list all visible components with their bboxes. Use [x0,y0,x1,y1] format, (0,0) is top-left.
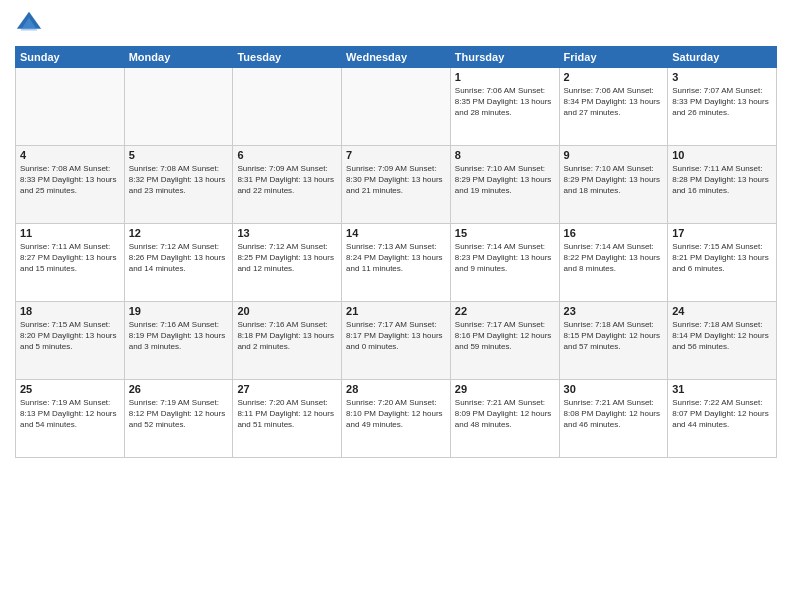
calendar-cell: 16Sunrise: 7:14 AM Sunset: 8:22 PM Dayli… [559,224,668,302]
week-row-3: 11Sunrise: 7:11 AM Sunset: 8:27 PM Dayli… [16,224,777,302]
day-number: 28 [346,383,446,395]
calendar-cell [124,68,233,146]
week-row-5: 25Sunrise: 7:19 AM Sunset: 8:13 PM Dayli… [16,380,777,458]
calendar: SundayMondayTuesdayWednesdayThursdayFrid… [15,46,777,458]
day-info: Sunrise: 7:14 AM Sunset: 8:22 PM Dayligh… [564,241,664,275]
calendar-cell: 25Sunrise: 7:19 AM Sunset: 8:13 PM Dayli… [16,380,125,458]
day-number: 3 [672,71,772,83]
calendar-cell: 11Sunrise: 7:11 AM Sunset: 8:27 PM Dayli… [16,224,125,302]
day-info: Sunrise: 7:15 AM Sunset: 8:20 PM Dayligh… [20,319,120,353]
calendar-cell: 26Sunrise: 7:19 AM Sunset: 8:12 PM Dayli… [124,380,233,458]
calendar-cell: 30Sunrise: 7:21 AM Sunset: 8:08 PM Dayli… [559,380,668,458]
calendar-cell: 10Sunrise: 7:11 AM Sunset: 8:28 PM Dayli… [668,146,777,224]
day-number: 31 [672,383,772,395]
calendar-cell: 7Sunrise: 7:09 AM Sunset: 8:30 PM Daylig… [342,146,451,224]
calendar-cell: 19Sunrise: 7:16 AM Sunset: 8:19 PM Dayli… [124,302,233,380]
day-number: 20 [237,305,337,317]
day-info: Sunrise: 7:19 AM Sunset: 8:13 PM Dayligh… [20,397,120,431]
week-row-4: 18Sunrise: 7:15 AM Sunset: 8:20 PM Dayli… [16,302,777,380]
day-number: 16 [564,227,664,239]
day-info: Sunrise: 7:12 AM Sunset: 8:26 PM Dayligh… [129,241,229,275]
calendar-cell: 9Sunrise: 7:10 AM Sunset: 8:29 PM Daylig… [559,146,668,224]
calendar-cell: 2Sunrise: 7:06 AM Sunset: 8:34 PM Daylig… [559,68,668,146]
day-header-monday: Monday [124,47,233,68]
day-number: 11 [20,227,120,239]
day-info: Sunrise: 7:13 AM Sunset: 8:24 PM Dayligh… [346,241,446,275]
day-number: 13 [237,227,337,239]
calendar-cell: 15Sunrise: 7:14 AM Sunset: 8:23 PM Dayli… [450,224,559,302]
day-info: Sunrise: 7:15 AM Sunset: 8:21 PM Dayligh… [672,241,772,275]
day-number: 18 [20,305,120,317]
calendar-cell: 29Sunrise: 7:21 AM Sunset: 8:09 PM Dayli… [450,380,559,458]
day-header-friday: Friday [559,47,668,68]
calendar-cell: 24Sunrise: 7:18 AM Sunset: 8:14 PM Dayli… [668,302,777,380]
calendar-cell: 4Sunrise: 7:08 AM Sunset: 8:33 PM Daylig… [16,146,125,224]
calendar-cell: 20Sunrise: 7:16 AM Sunset: 8:18 PM Dayli… [233,302,342,380]
day-info: Sunrise: 7:09 AM Sunset: 8:30 PM Dayligh… [346,163,446,197]
day-number: 27 [237,383,337,395]
day-number: 30 [564,383,664,395]
calendar-cell: 23Sunrise: 7:18 AM Sunset: 8:15 PM Dayli… [559,302,668,380]
day-info: Sunrise: 7:11 AM Sunset: 8:28 PM Dayligh… [672,163,772,197]
day-number: 7 [346,149,446,161]
calendar-cell: 22Sunrise: 7:17 AM Sunset: 8:16 PM Dayli… [450,302,559,380]
week-row-1: 1Sunrise: 7:06 AM Sunset: 8:35 PM Daylig… [16,68,777,146]
day-number: 26 [129,383,229,395]
day-number: 22 [455,305,555,317]
calendar-cell [16,68,125,146]
page: SundayMondayTuesdayWednesdayThursdayFrid… [0,0,792,612]
day-info: Sunrise: 7:10 AM Sunset: 8:29 PM Dayligh… [564,163,664,197]
day-info: Sunrise: 7:17 AM Sunset: 8:16 PM Dayligh… [455,319,555,353]
day-header-thursday: Thursday [450,47,559,68]
day-info: Sunrise: 7:20 AM Sunset: 8:10 PM Dayligh… [346,397,446,431]
day-info: Sunrise: 7:12 AM Sunset: 8:25 PM Dayligh… [237,241,337,275]
day-number: 15 [455,227,555,239]
day-number: 17 [672,227,772,239]
day-number: 12 [129,227,229,239]
calendar-cell: 1Sunrise: 7:06 AM Sunset: 8:35 PM Daylig… [450,68,559,146]
day-info: Sunrise: 7:22 AM Sunset: 8:07 PM Dayligh… [672,397,772,431]
calendar-cell: 13Sunrise: 7:12 AM Sunset: 8:25 PM Dayli… [233,224,342,302]
day-info: Sunrise: 7:11 AM Sunset: 8:27 PM Dayligh… [20,241,120,275]
calendar-cell: 31Sunrise: 7:22 AM Sunset: 8:07 PM Dayli… [668,380,777,458]
day-info: Sunrise: 7:10 AM Sunset: 8:29 PM Dayligh… [455,163,555,197]
calendar-cell: 21Sunrise: 7:17 AM Sunset: 8:17 PM Dayli… [342,302,451,380]
day-info: Sunrise: 7:06 AM Sunset: 8:34 PM Dayligh… [564,85,664,119]
day-info: Sunrise: 7:08 AM Sunset: 8:32 PM Dayligh… [129,163,229,197]
day-header-saturday: Saturday [668,47,777,68]
calendar-cell: 28Sunrise: 7:20 AM Sunset: 8:10 PM Dayli… [342,380,451,458]
logo [15,10,47,38]
calendar-cell: 8Sunrise: 7:10 AM Sunset: 8:29 PM Daylig… [450,146,559,224]
day-number: 23 [564,305,664,317]
day-number: 24 [672,305,772,317]
header-row: SundayMondayTuesdayWednesdayThursdayFrid… [16,47,777,68]
header [15,10,777,38]
day-info: Sunrise: 7:08 AM Sunset: 8:33 PM Dayligh… [20,163,120,197]
day-number: 10 [672,149,772,161]
day-info: Sunrise: 7:19 AM Sunset: 8:12 PM Dayligh… [129,397,229,431]
day-info: Sunrise: 7:18 AM Sunset: 8:15 PM Dayligh… [564,319,664,353]
calendar-cell [233,68,342,146]
day-number: 19 [129,305,229,317]
day-number: 21 [346,305,446,317]
day-info: Sunrise: 7:09 AM Sunset: 8:31 PM Dayligh… [237,163,337,197]
week-row-2: 4Sunrise: 7:08 AM Sunset: 8:33 PM Daylig… [16,146,777,224]
day-info: Sunrise: 7:21 AM Sunset: 8:09 PM Dayligh… [455,397,555,431]
calendar-cell: 3Sunrise: 7:07 AM Sunset: 8:33 PM Daylig… [668,68,777,146]
day-number: 1 [455,71,555,83]
day-info: Sunrise: 7:18 AM Sunset: 8:14 PM Dayligh… [672,319,772,353]
day-info: Sunrise: 7:14 AM Sunset: 8:23 PM Dayligh… [455,241,555,275]
day-header-wednesday: Wednesday [342,47,451,68]
day-info: Sunrise: 7:07 AM Sunset: 8:33 PM Dayligh… [672,85,772,119]
logo-icon [15,10,43,38]
day-info: Sunrise: 7:20 AM Sunset: 8:11 PM Dayligh… [237,397,337,431]
calendar-cell: 18Sunrise: 7:15 AM Sunset: 8:20 PM Dayli… [16,302,125,380]
calendar-cell: 6Sunrise: 7:09 AM Sunset: 8:31 PM Daylig… [233,146,342,224]
day-number: 6 [237,149,337,161]
day-number: 5 [129,149,229,161]
day-number: 8 [455,149,555,161]
day-info: Sunrise: 7:16 AM Sunset: 8:18 PM Dayligh… [237,319,337,353]
day-number: 4 [20,149,120,161]
calendar-cell [342,68,451,146]
day-header-sunday: Sunday [16,47,125,68]
